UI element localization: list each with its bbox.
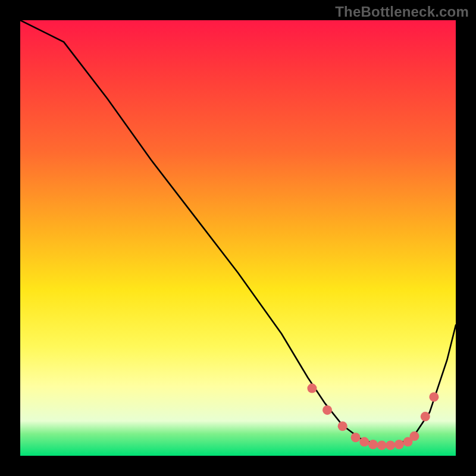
marker-point (386, 440, 395, 450)
marker-point (409, 431, 419, 441)
marker-point (322, 405, 332, 415)
curve-line (20, 20, 456, 445)
marker-group (307, 384, 439, 450)
chart-container: TheBottleneck.com (0, 0, 476, 476)
marker-point (394, 440, 404, 449)
marker-point (359, 437, 369, 447)
marker-point (368, 440, 378, 449)
marker-point (377, 440, 387, 450)
marker-point (421, 412, 430, 421)
marker-point (429, 392, 439, 402)
marker-point (307, 384, 317, 393)
marker-point (351, 433, 361, 442)
watermark-text: TheBottleneck.com (335, 4, 469, 20)
chart-overlay (20, 20, 456, 456)
plot-area (20, 20, 456, 456)
marker-point (338, 421, 347, 431)
